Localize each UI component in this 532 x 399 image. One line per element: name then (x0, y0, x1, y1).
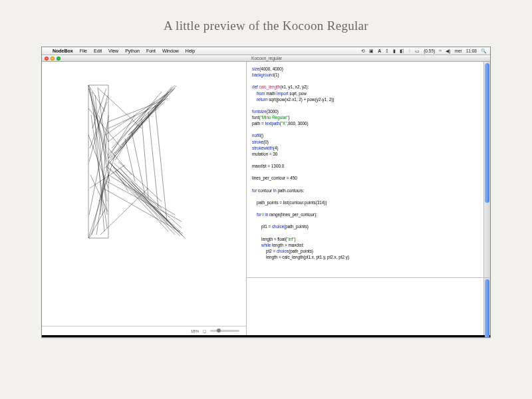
adobe-icon[interactable]: A (377, 49, 382, 53)
svg-line-62 (112, 88, 172, 160)
app-window: NodeBox File Edit View Python Font Windo… (41, 47, 491, 338)
menubar-app-name[interactable]: NodeBox (49, 49, 76, 53)
zoom-button[interactable] (57, 57, 61, 61)
menubar-status-area: ⟲ ▣ A ↥ ▮ ◧ ⸽ ▭ (0.55) ⌔ ◀) mer 11:08 🔍 (360, 49, 487, 54)
svg-line-41 (122, 178, 180, 231)
console-output[interactable] (247, 278, 483, 335)
menu-window[interactable]: Window (159, 49, 182, 53)
sync-icon[interactable]: ⟲ (360, 49, 366, 54)
svg-line-26 (98, 88, 142, 128)
frame-indicator-icon[interactable]: ◻ (203, 329, 206, 333)
console-scrollbar[interactable] (483, 278, 490, 335)
zoom-value: 18% (191, 329, 199, 333)
right-pane: size(4000, 4000) background(1) def calc_… (247, 62, 490, 335)
volume-icon[interactable]: ◀) (445, 49, 451, 54)
svg-line-61 (88, 88, 108, 158)
monitor-icon[interactable]: ▮ (392, 49, 396, 54)
dropbox-icon[interactable]: ▣ (368, 49, 374, 54)
window-title: Kocoon_regular (63, 56, 490, 61)
svg-line-66 (115, 102, 162, 154)
spotlight-icon[interactable]: 🔍 (480, 49, 487, 54)
wifi-icon[interactable]: ⌔ (438, 49, 442, 53)
svg-line-54 (90, 175, 108, 211)
canvas-pane: 18% ◻ (42, 62, 247, 335)
code-scrollbar[interactable] (483, 62, 490, 277)
svg-line-13 (112, 165, 182, 228)
canvas-artwork-K (68, 82, 201, 241)
svg-line-63 (110, 163, 182, 235)
svg-line-10 (88, 85, 107, 162)
svg-line-60 (92, 162, 108, 235)
display-icon[interactable]: ◧ (399, 49, 405, 54)
svg-line-9 (89, 122, 108, 215)
workspace: 18% ◻ size(4000, 4000) background(1) def… (42, 62, 490, 335)
svg-line-68 (88, 85, 105, 112)
zoom-slider[interactable] (210, 330, 239, 332)
menu-file[interactable]: File (76, 49, 90, 53)
svg-line-40 (115, 172, 172, 225)
menu-python[interactable]: Python (122, 49, 143, 53)
battery-icon[interactable]: ▭ (414, 49, 420, 54)
svg-line-21 (107, 182, 182, 221)
canvas-footer: 18% ◻ (42, 326, 246, 335)
page-title: A little preview of the Kocoon Regular (0, 0, 532, 47)
battery-text: (0.55) (423, 49, 436, 53)
console-pane (247, 278, 490, 335)
svg-line-64 (128, 95, 168, 135)
code-editor[interactable]: size(4000, 4000) background(1) def calc_… (247, 62, 483, 277)
svg-line-51 (132, 132, 145, 195)
code-editor-pane: size(4000, 4000) background(1) def calc_… (247, 62, 490, 278)
menu-view[interactable]: View (105, 49, 122, 53)
close-button[interactable] (45, 57, 49, 61)
window-titlebar[interactable]: Kocoon_regular (42, 55, 490, 62)
svg-line-34 (108, 98, 168, 122)
svg-line-22 (110, 168, 168, 231)
traffic-lights (42, 57, 63, 61)
clock-day: mer (454, 49, 463, 53)
svg-line-52 (88, 135, 108, 188)
updater-icon[interactable]: ↥ (384, 49, 390, 54)
window-footer-strip (42, 335, 490, 337)
svg-line-28 (105, 88, 175, 135)
svg-line-18 (112, 102, 155, 148)
svg-line-69 (89, 208, 106, 238)
divider-icon: ⸽ (408, 49, 412, 53)
menu-help[interactable]: Help (182, 49, 198, 53)
minimize-button[interactable] (51, 57, 55, 61)
canvas-viewport[interactable] (42, 62, 246, 326)
menu-font[interactable]: Font (143, 49, 159, 53)
svg-line-45 (118, 162, 162, 201)
svg-line-67 (120, 168, 168, 225)
menu-edit[interactable]: Edit (90, 49, 105, 53)
svg-line-65 (132, 182, 175, 228)
mac-menubar: NodeBox File Edit View Python Font Windo… (42, 47, 490, 55)
clock-time: 11:08 (466, 49, 477, 53)
